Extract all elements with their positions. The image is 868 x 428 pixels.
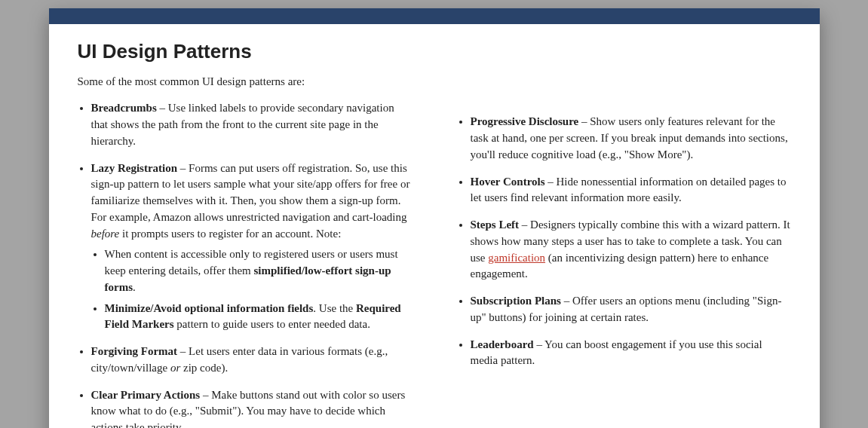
right-column: Progressive Disclosure – Show users only…	[457, 100, 791, 428]
list-item: Subscription Plans – Offer users an opti…	[471, 293, 791, 326]
document-page: UI Design Patterns Some of the most comm…	[49, 8, 820, 428]
emphasis-or: or	[170, 362, 180, 374]
left-column: Breadcrumbs – Use linked labels to provi…	[78, 100, 412, 428]
bold-phrase: Minimize/Avoid optional information fiel…	[105, 302, 314, 314]
pattern-desc-part: zip code).	[180, 362, 228, 374]
list-item: Progressive Disclosure – Show users only…	[471, 114, 791, 163]
list-item: Forgiving Format – Let users enter data …	[91, 344, 412, 377]
list-item: Lazy Registration – Forms can put users …	[91, 160, 412, 334]
pattern-name: Leaderboard	[471, 338, 534, 350]
pattern-desc-part: it prompts users to register for an acco…	[119, 228, 341, 240]
pattern-name: Progressive Disclosure	[471, 115, 579, 127]
pattern-name: Steps Left	[471, 219, 520, 231]
gamification-link[interactable]: gamification	[488, 252, 545, 264]
pattern-name: Clear Primary Actions	[91, 389, 201, 401]
list-item: Minimize/Avoid optional information fiel…	[105, 301, 412, 334]
emphasis-before: before	[91, 228, 120, 240]
sub-item-text: .	[133, 281, 136, 293]
page-title: UI Design Patterns	[78, 38, 791, 66]
list-item: Breadcrumbs – Use linked labels to provi…	[91, 100, 412, 149]
pattern-name: Breadcrumbs	[91, 102, 157, 114]
list-item: Steps Left – Designers typically combine…	[471, 217, 791, 283]
pattern-name: Subscription Plans	[471, 295, 561, 307]
pattern-name: Forgiving Format	[91, 345, 178, 357]
sub-item-text: . Use the	[313, 302, 356, 314]
document-content: UI Design Patterns Some of the most comm…	[49, 24, 820, 428]
list-item: Leaderboard – You can boost engagement i…	[471, 337, 791, 370]
sub-item-text: pattern to guide users to enter needed d…	[174, 318, 370, 330]
intro-text: Some of the most common UI design patter…	[78, 74, 791, 90]
pattern-name: Hover Controls	[471, 176, 545, 188]
list-item: Clear Primary Actions – Make buttons sta…	[91, 387, 412, 428]
two-column-layout: Breadcrumbs – Use linked labels to provi…	[78, 100, 791, 428]
pattern-name: Lazy Registration	[91, 162, 178, 174]
top-navbar	[49, 8, 820, 24]
list-item: When content is accessible only to regis…	[105, 246, 412, 295]
list-item: Hover Controls – Hide nonessential infor…	[471, 174, 791, 207]
